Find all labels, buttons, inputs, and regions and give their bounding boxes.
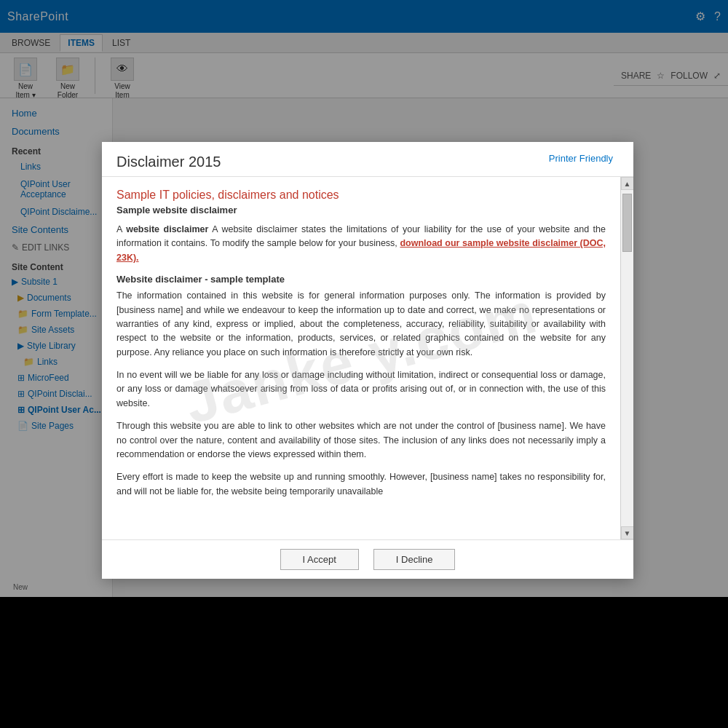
scroll-up-arrow[interactable]: ▲ [621,177,634,190]
disclaimer-dialog: Disclaimer 2015 Janke y.com Sample IT po… [102,142,633,579]
section-title: Website disclaimer - sample template [116,274,606,285]
scroll-down-arrow[interactable]: ▼ [621,526,634,539]
scrollbar-thumb[interactable] [622,194,632,252]
bottom-black-area [0,597,728,728]
dialog-title: Disclaimer 2015 [116,154,619,170]
para3: Through this website you are able to lin… [116,419,606,462]
dialog-body: Janke y.com Sample IT policies, disclaim… [102,177,620,539]
accept-button[interactable]: I Accept [280,549,359,570]
para1: The information contained in this websit… [116,289,606,360]
para2: In no event will we be liable for any lo… [116,368,606,411]
decline-button[interactable]: I Decline [373,549,456,570]
dialog-body-wrap: Janke y.com Sample IT policies, disclaim… [102,177,633,539]
scrollbar-track[interactable] [621,190,633,526]
intro-para: A website disclaimer A website disclaime… [116,223,606,265]
dialog-footer: I Accept I Decline [102,539,633,579]
content-heading: Sample IT policies, disclaimers and noti… [116,189,606,202]
printer-friendly-link[interactable]: Printer Friendly [549,153,613,164]
dialog-scrollbar: ▲ ▼ [620,177,633,539]
para4: Every effort is made to keep the website… [116,470,606,499]
content-subheading: Sample website disclaimer [116,205,606,215]
